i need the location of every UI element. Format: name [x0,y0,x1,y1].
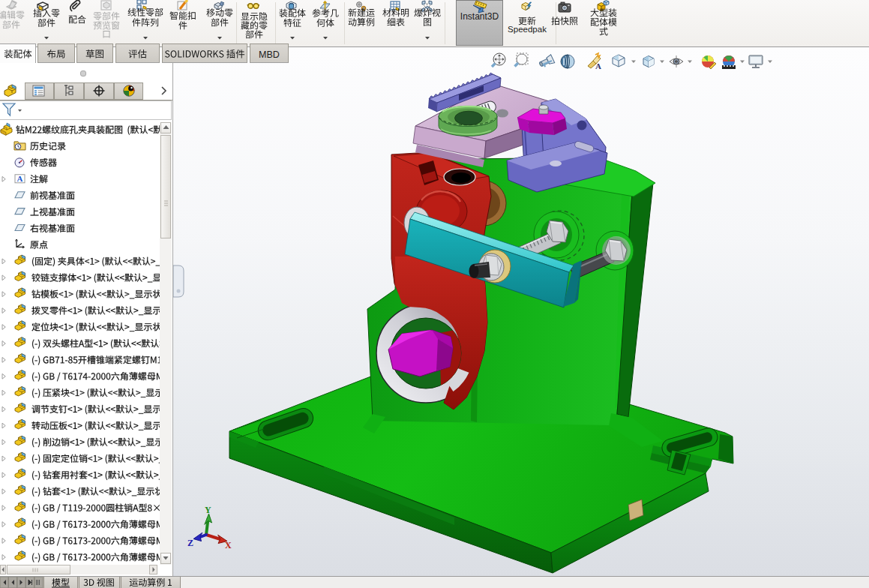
svg-text:X: X [225,540,232,550]
svg-text:Z: Z [187,538,193,548]
svg-text:Y: Y [205,505,211,515]
svg-text:A: A [595,62,601,70]
